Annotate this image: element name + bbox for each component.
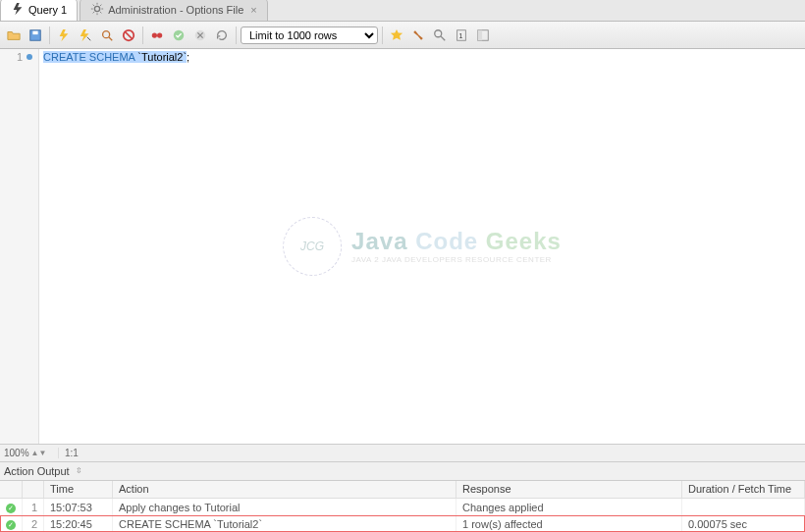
cursor-position: 1:1 (59, 448, 79, 458)
col-action: Action (113, 481, 456, 499)
favorite-button[interactable] (387, 26, 406, 45)
refresh-button[interactable] (212, 26, 232, 45)
tab-query-1[interactable]: Query 1 (0, 0, 78, 21)
execute-current-button[interactable] (76, 26, 95, 45)
output-panel-header: Action Output ⇳ (0, 461, 805, 481)
col-duration: Duration / Fetch Time (682, 481, 805, 499)
commit-button[interactable] (147, 26, 167, 45)
separator (382, 27, 383, 44)
watermark-logo: JCG (283, 217, 342, 276)
cell-action: Apply changes to Tutorial (113, 499, 456, 516)
cell-duration: 0.00075 sec (682, 515, 805, 532)
line-number: 1 (17, 51, 23, 63)
cell-time: 15:20:45 (44, 515, 113, 532)
row-index: 2 (23, 515, 44, 532)
toolbar: Limit to 1000 rows 1 (0, 22, 805, 49)
sql-end: ; (187, 51, 189, 63)
tab-admin-options[interactable]: Administration - Options File × (80, 0, 268, 21)
col-time: Time (44, 481, 113, 499)
action-output-table: Time Action Response Duration / Fetch Ti… (0, 481, 805, 533)
stop-button[interactable] (119, 26, 138, 45)
snippets-button[interactable]: 1 (452, 26, 471, 45)
row-index: 1 (23, 499, 44, 516)
svg-point-5 (152, 32, 157, 37)
execute-button[interactable] (54, 26, 74, 45)
watermark: JCG Java Code Geeks JAVA 2 JAVA DEVELOPE… (283, 217, 562, 276)
gear-icon (90, 2, 104, 18)
separator (49, 27, 50, 44)
open-button[interactable] (4, 26, 24, 45)
beautify-button[interactable] (408, 26, 428, 45)
svg-rect-13 (478, 29, 482, 40)
svg-point-9 (435, 29, 442, 36)
panel-button[interactable] (473, 26, 493, 45)
watermark-t3: Geeks (486, 228, 562, 254)
autocommit-on-button[interactable] (169, 26, 188, 45)
table-header-row: Time Action Response Duration / Fetch Ti… (0, 481, 805, 499)
watermark-sub: JAVA 2 JAVA DEVELOPERS RESOURCE CENTER (351, 255, 562, 264)
cell-duration (682, 499, 805, 516)
status-ok-icon: ✓ (6, 520, 16, 530)
table-row[interactable]: ✓ 2 15:20:45 CREATE SCHEMA `Tutorial2` 1… (0, 515, 805, 532)
watermark-t2: Code (415, 228, 478, 254)
autocommit-off-button[interactable] (190, 26, 210, 45)
gutter: 1 (0, 49, 39, 444)
output-stepper-icon[interactable]: ⇳ (76, 466, 82, 475)
find-button[interactable] (430, 26, 450, 45)
tab-bar: Query 1 Administration - Options File × (0, 0, 805, 22)
close-icon[interactable]: × (250, 4, 256, 16)
sql-keyword: CREATE SCHEMA (43, 51, 134, 63)
cell-action: CREATE SCHEMA `Tutorial2` (113, 515, 456, 532)
svg-point-6 (157, 32, 162, 37)
tab-label: Query 1 (28, 4, 67, 16)
sql-editor[interactable]: 1 CREATE SCHEMA `Tutorial2`; JCG Java Co… (0, 49, 805, 444)
col-response: Response (456, 481, 682, 499)
explain-button[interactable] (97, 26, 117, 45)
col-status (0, 481, 23, 499)
sql-arg: `Tutorial2` (134, 51, 187, 63)
limit-select[interactable]: Limit to 1000 rows (241, 27, 378, 44)
separator (236, 27, 237, 44)
separator (142, 27, 143, 44)
status-ok-icon: ✓ (6, 504, 16, 513)
cell-response: 1 row(s) affected (456, 515, 682, 532)
code-area[interactable]: CREATE SCHEMA `Tutorial2`; JCG Java Code… (39, 49, 805, 444)
cell-response: Changes applied (456, 499, 682, 516)
svg-text:1: 1 (458, 31, 462, 38)
svg-rect-2 (32, 30, 37, 34)
breakpoint-dot-icon (27, 54, 32, 60)
watermark-t1: Java (351, 228, 407, 254)
cell-time: 15:07:53 (44, 499, 113, 516)
status-bar: 100% ▲▼ 1:1 (0, 444, 805, 461)
output-label: Action Output (4, 465, 70, 477)
svg-point-0 (95, 6, 100, 11)
lightning-icon (11, 2, 25, 18)
svg-point-3 (103, 30, 110, 37)
tab-label: Administration - Options File (108, 4, 243, 16)
zoom-level: 100% (4, 448, 29, 458)
col-index (23, 481, 44, 499)
zoom-stepper-icon[interactable]: ▲▼ (31, 449, 47, 457)
save-button[interactable] (26, 26, 45, 45)
table-row[interactable]: ✓ 1 15:07:53 Apply changes to Tutorial C… (0, 499, 805, 516)
